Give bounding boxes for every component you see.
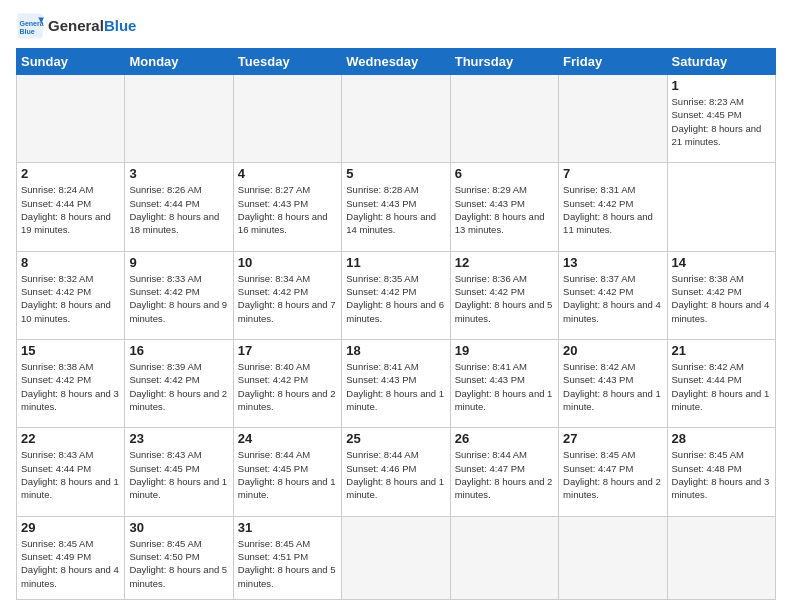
day-info: Sunrise: 8:44 AM Sunset: 4:46 PM Dayligh… [346, 448, 445, 501]
day-info: Sunrise: 8:24 AM Sunset: 4:44 PM Dayligh… [21, 183, 120, 236]
day-number: 28 [672, 431, 771, 446]
day-info: Sunrise: 8:27 AM Sunset: 4:43 PM Dayligh… [238, 183, 337, 236]
sunset-label: Sunset: 4:47 PM [455, 463, 525, 474]
sunrise-label: Sunrise: 8:43 AM [129, 449, 201, 460]
calendar-cell: 3 Sunrise: 8:26 AM Sunset: 4:44 PM Dayli… [125, 163, 233, 251]
calendar-cell [233, 75, 341, 163]
day-info: Sunrise: 8:43 AM Sunset: 4:44 PM Dayligh… [21, 448, 120, 501]
day-number: 5 [346, 166, 445, 181]
calendar-cell: 7 Sunrise: 8:31 AM Sunset: 4:42 PM Dayli… [559, 163, 667, 251]
calendar-cell: 12 Sunrise: 8:36 AM Sunset: 4:42 PM Dayl… [450, 251, 558, 339]
daylight-label: Daylight: 8 hours and 4 minutes. [672, 299, 770, 323]
day-info: Sunrise: 8:42 AM Sunset: 4:44 PM Dayligh… [672, 360, 771, 413]
calendar-cell: 19 Sunrise: 8:41 AM Sunset: 4:43 PM Dayl… [450, 340, 558, 428]
day-number: 18 [346, 343, 445, 358]
calendar-header-thursday: Thursday [450, 49, 558, 75]
logo: General Blue GeneralBlue [16, 12, 136, 40]
sunset-label: Sunset: 4:42 PM [238, 374, 308, 385]
calendar-week-row: 2 Sunrise: 8:24 AM Sunset: 4:44 PM Dayli… [17, 163, 776, 251]
daylight-label: Daylight: 8 hours and 16 minutes. [238, 211, 328, 235]
day-number: 12 [455, 255, 554, 270]
sunset-label: Sunset: 4:44 PM [129, 198, 199, 209]
calendar-cell: 17 Sunrise: 8:40 AM Sunset: 4:42 PM Dayl… [233, 340, 341, 428]
sunrise-label: Sunrise: 8:38 AM [21, 361, 93, 372]
day-info: Sunrise: 8:26 AM Sunset: 4:44 PM Dayligh… [129, 183, 228, 236]
sunset-label: Sunset: 4:47 PM [563, 463, 633, 474]
calendar-cell: 13 Sunrise: 8:37 AM Sunset: 4:42 PM Dayl… [559, 251, 667, 339]
day-number: 25 [346, 431, 445, 446]
day-info: Sunrise: 8:45 AM Sunset: 4:51 PM Dayligh… [238, 537, 337, 590]
daylight-label: Daylight: 8 hours and 3 minutes. [672, 476, 770, 500]
sunset-label: Sunset: 4:43 PM [455, 374, 525, 385]
calendar-cell: 23 Sunrise: 8:43 AM Sunset: 4:45 PM Dayl… [125, 428, 233, 516]
sunrise-label: Sunrise: 8:42 AM [672, 361, 744, 372]
day-number: 16 [129, 343, 228, 358]
sunset-label: Sunset: 4:44 PM [672, 374, 742, 385]
sunset-label: Sunset: 4:43 PM [455, 198, 525, 209]
sunrise-label: Sunrise: 8:24 AM [21, 184, 93, 195]
sunrise-label: Sunrise: 8:44 AM [238, 449, 310, 460]
daylight-label: Daylight: 8 hours and 9 minutes. [129, 299, 227, 323]
sunset-label: Sunset: 4:42 PM [455, 286, 525, 297]
calendar-week-row: 8 Sunrise: 8:32 AM Sunset: 4:42 PM Dayli… [17, 251, 776, 339]
calendar-cell: 15 Sunrise: 8:38 AM Sunset: 4:42 PM Dayl… [17, 340, 125, 428]
sunset-label: Sunset: 4:42 PM [129, 374, 199, 385]
calendar-cell: 21 Sunrise: 8:42 AM Sunset: 4:44 PM Dayl… [667, 340, 775, 428]
calendar-cell: 29 Sunrise: 8:45 AM Sunset: 4:49 PM Dayl… [17, 516, 125, 599]
calendar-cell: 1 Sunrise: 8:23 AM Sunset: 4:45 PM Dayli… [667, 75, 775, 163]
sunset-label: Sunset: 4:51 PM [238, 551, 308, 562]
sunrise-label: Sunrise: 8:45 AM [129, 538, 201, 549]
calendar-cell: 4 Sunrise: 8:27 AM Sunset: 4:43 PM Dayli… [233, 163, 341, 251]
calendar-cell: 8 Sunrise: 8:32 AM Sunset: 4:42 PM Dayli… [17, 251, 125, 339]
calendar-header-monday: Monday [125, 49, 233, 75]
day-number: 8 [21, 255, 120, 270]
sunrise-label: Sunrise: 8:34 AM [238, 273, 310, 284]
daylight-label: Daylight: 8 hours and 5 minutes. [129, 564, 227, 588]
day-number: 23 [129, 431, 228, 446]
daylight-label: Daylight: 8 hours and 5 minutes. [455, 299, 553, 323]
sunset-label: Sunset: 4:44 PM [21, 198, 91, 209]
daylight-label: Daylight: 8 hours and 13 minutes. [455, 211, 545, 235]
calendar-week-row: 15 Sunrise: 8:38 AM Sunset: 4:42 PM Dayl… [17, 340, 776, 428]
day-info: Sunrise: 8:32 AM Sunset: 4:42 PM Dayligh… [21, 272, 120, 325]
sunset-label: Sunset: 4:42 PM [129, 286, 199, 297]
calendar-cell: 27 Sunrise: 8:45 AM Sunset: 4:47 PM Dayl… [559, 428, 667, 516]
sunset-label: Sunset: 4:42 PM [238, 286, 308, 297]
sunrise-label: Sunrise: 8:36 AM [455, 273, 527, 284]
day-number: 30 [129, 520, 228, 535]
day-info: Sunrise: 8:31 AM Sunset: 4:42 PM Dayligh… [563, 183, 662, 236]
sunset-label: Sunset: 4:45 PM [238, 463, 308, 474]
daylight-label: Daylight: 8 hours and 1 minute. [238, 476, 336, 500]
day-number: 26 [455, 431, 554, 446]
daylight-label: Daylight: 8 hours and 4 minutes. [563, 299, 661, 323]
day-number: 13 [563, 255, 662, 270]
calendar-header-row: SundayMondayTuesdayWednesdayThursdayFrid… [17, 49, 776, 75]
sunrise-label: Sunrise: 8:41 AM [455, 361, 527, 372]
day-info: Sunrise: 8:45 AM Sunset: 4:50 PM Dayligh… [129, 537, 228, 590]
calendar-cell: 10 Sunrise: 8:34 AM Sunset: 4:42 PM Dayl… [233, 251, 341, 339]
calendar-cell: 20 Sunrise: 8:42 AM Sunset: 4:43 PM Dayl… [559, 340, 667, 428]
sunset-label: Sunset: 4:45 PM [129, 463, 199, 474]
day-number: 20 [563, 343, 662, 358]
calendar-cell: 16 Sunrise: 8:39 AM Sunset: 4:42 PM Dayl… [125, 340, 233, 428]
sunrise-label: Sunrise: 8:44 AM [346, 449, 418, 460]
calendar-cell [342, 75, 450, 163]
calendar-cell: 26 Sunrise: 8:44 AM Sunset: 4:47 PM Dayl… [450, 428, 558, 516]
calendar-header-wednesday: Wednesday [342, 49, 450, 75]
sunrise-label: Sunrise: 8:23 AM [672, 96, 744, 107]
calendar-cell [125, 75, 233, 163]
calendar-cell: 14 Sunrise: 8:38 AM Sunset: 4:42 PM Dayl… [667, 251, 775, 339]
day-info: Sunrise: 8:42 AM Sunset: 4:43 PM Dayligh… [563, 360, 662, 413]
day-number: 10 [238, 255, 337, 270]
daylight-label: Daylight: 8 hours and 1 minute. [129, 476, 227, 500]
calendar-cell: 6 Sunrise: 8:29 AM Sunset: 4:43 PM Dayli… [450, 163, 558, 251]
calendar-cell: 25 Sunrise: 8:44 AM Sunset: 4:46 PM Dayl… [342, 428, 450, 516]
sunrise-label: Sunrise: 8:28 AM [346, 184, 418, 195]
calendar-week-row: 22 Sunrise: 8:43 AM Sunset: 4:44 PM Dayl… [17, 428, 776, 516]
svg-text:Blue: Blue [20, 28, 35, 35]
sunset-label: Sunset: 4:44 PM [21, 463, 91, 474]
sunset-label: Sunset: 4:43 PM [346, 198, 416, 209]
sunrise-label: Sunrise: 8:31 AM [563, 184, 635, 195]
daylight-label: Daylight: 8 hours and 1 minute. [672, 388, 770, 412]
sunrise-label: Sunrise: 8:43 AM [21, 449, 93, 460]
